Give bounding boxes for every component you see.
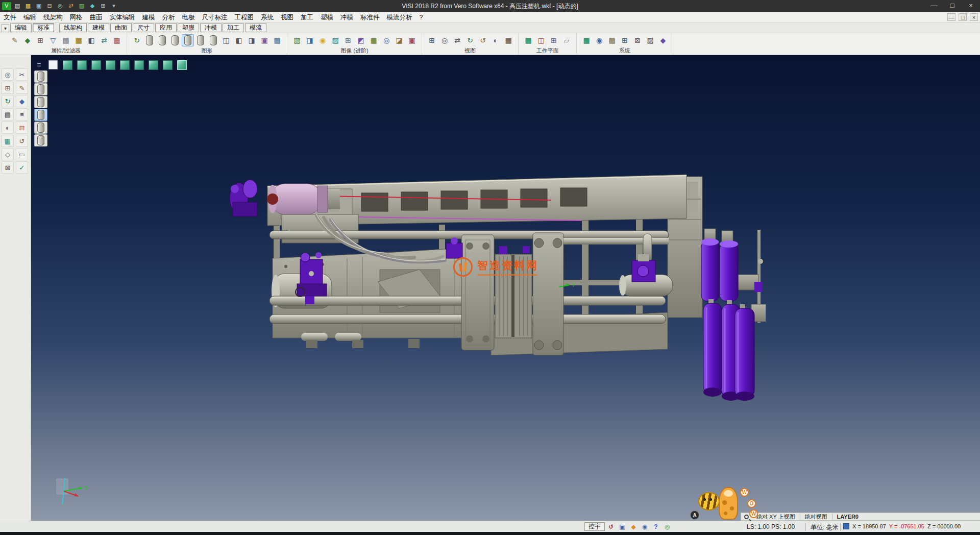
- preview-icon[interactable]: ◎: [56, 2, 65, 10]
- absolute-view2-button[interactable]: 绝对视图: [800, 513, 832, 521]
- eyedropper-icon[interactable]: ◆: [21, 34, 34, 46]
- menu-die[interactable]: 冲模: [337, 13, 357, 22]
- shadow-icon[interactable]: ▨: [329, 34, 341, 46]
- menu-machining[interactable]: 加工: [297, 13, 317, 22]
- settings-icon[interactable]: ⊞: [99, 2, 108, 10]
- scissors-icon[interactable]: ✂: [16, 68, 28, 81]
- menu-edit[interactable]: 编辑: [20, 13, 40, 22]
- shade-style-icon-2[interactable]: [34, 83, 47, 95]
- mdi-minimize-button[interactable]: —: [947, 13, 955, 21]
- flame-status-icon[interactable]: ◆: [629, 522, 638, 531]
- new-file-icon[interactable]: ▤: [13, 2, 22, 10]
- view-dynamic-icon[interactable]: [176, 59, 188, 70]
- box-view-icon[interactable]: ◧: [233, 34, 245, 46]
- menu-analysis[interactable]: 分析: [159, 13, 179, 22]
- confirm-icon[interactable]: ✓: [16, 161, 28, 174]
- menu-standard-parts[interactable]: 标准件: [357, 13, 383, 22]
- mask-icon[interactable]: ▤: [60, 34, 72, 46]
- multi-view-icon[interactable]: ▦: [502, 34, 514, 46]
- quick-access-dropdown[interactable]: ▾: [109, 2, 118, 10]
- view-iso2-icon[interactable]: [161, 59, 174, 70]
- filter-icon[interactable]: ▽: [47, 34, 59, 46]
- workplane-entity-icon[interactable]: ⊞: [548, 34, 560, 46]
- decal-icon[interactable]: ◪: [393, 34, 405, 46]
- globe-icon[interactable]: ◉: [593, 34, 605, 46]
- grid-icon[interactable]: ▦: [2, 135, 14, 147]
- shade-style-icon-3[interactable]: [34, 96, 47, 108]
- lens-icon[interactable]: ◎: [380, 34, 393, 46]
- snap-lock-button[interactable]: 控宇: [584, 522, 605, 531]
- accumulator-cylinders[interactable]: [701, 229, 754, 401]
- tab-application[interactable]: 应用: [155, 23, 177, 32]
- dynamic-view-icon[interactable]: ◐: [489, 34, 502, 46]
- view-back-icon[interactable]: [76, 59, 88, 70]
- tab-wireframe[interactable]: 线架构: [59, 23, 87, 32]
- tab-modeling[interactable]: 建模: [88, 23, 109, 32]
- tab-machining[interactable]: 加工: [223, 23, 244, 32]
- undo-icon[interactable]: ↺: [16, 135, 28, 147]
- menu-system[interactable]: 系统: [257, 13, 277, 22]
- tab-mold[interactable]: 塑膜: [178, 23, 199, 32]
- refresh-status-icon[interactable]: ↺: [606, 522, 616, 531]
- import-icon[interactable]: ⇄: [66, 2, 76, 10]
- previous-view-icon[interactable]: ↺: [477, 34, 489, 46]
- menu-dimension[interactable]: 尺寸标注: [199, 13, 231, 22]
- grid-image-icon[interactable]: ⊞: [342, 34, 354, 46]
- tab-surface[interactable]: 曲面: [110, 23, 132, 32]
- calculator-icon[interactable]: ⊞: [619, 34, 631, 46]
- half-shade-icon[interactable]: ◐: [2, 121, 14, 134]
- shade-style-icon-5[interactable]: [34, 121, 47, 134]
- rotate-view-icon[interactable]: ↻: [464, 34, 476, 46]
- tab-standard[interactable]: 标准: [33, 23, 54, 32]
- render-icon[interactable]: ◆: [88, 2, 97, 10]
- ghost-view-icon[interactable]: ◨: [246, 34, 258, 46]
- zoom-fit-icon[interactable]: ⊞: [426, 34, 438, 46]
- texture-icon[interactable]: ▧: [291, 34, 303, 46]
- palette-icon[interactable]: ▩: [111, 34, 123, 46]
- swap-icon[interactable]: ⇄: [98, 34, 110, 46]
- diamond-icon[interactable]: ◇: [2, 148, 14, 160]
- hidden-line-mode-icon[interactable]: [156, 34, 168, 46]
- tab-die[interactable]: 冲模: [200, 23, 222, 32]
- tag-icon[interactable]: ◧: [85, 34, 97, 46]
- cad-model-injection-machine[interactable]: Y: [225, 153, 766, 408]
- tab-edit[interactable]: 编辑: [10, 23, 32, 32]
- view-right-icon[interactable]: [104, 59, 116, 70]
- tab-dimension[interactable]: 尺寸: [133, 23, 154, 32]
- attributes-icon[interactable]: ✎: [9, 34, 21, 46]
- menu-drafting[interactable]: 工程图: [231, 13, 258, 22]
- shaded-mode-icon[interactable]: [169, 34, 181, 46]
- view-iso1-icon[interactable]: [147, 59, 159, 70]
- curvature-icon[interactable]: ▤: [271, 34, 283, 46]
- doc-status-icon[interactable]: ▣: [618, 522, 627, 531]
- draft-check-icon[interactable]: ▣: [258, 34, 271, 46]
- refresh-icon[interactable]: ↻: [131, 34, 143, 46]
- tab-flow[interactable]: 模流: [245, 23, 266, 32]
- layers-icon[interactable]: ▤: [2, 108, 14, 120]
- view-front-icon[interactable]: [61, 59, 74, 70]
- save-icon[interactable]: ▣: [34, 2, 43, 10]
- menu-mesh[interactable]: 网格: [66, 13, 86, 22]
- world-status-icon[interactable]: ◎: [663, 522, 672, 531]
- gem-icon[interactable]: ◆: [16, 95, 28, 107]
- view-top-plane-icon[interactable]: [47, 59, 59, 70]
- minimize-button[interactable]: —: [925, 0, 943, 12]
- layer-filter-icon[interactable]: ▦: [72, 34, 85, 46]
- settings-gear-icon[interactable]: ⊠: [631, 34, 644, 46]
- open-file-icon[interactable]: ▦: [23, 2, 33, 10]
- refit-icon[interactable]: ↻: [2, 95, 14, 107]
- material-icon[interactable]: ▨: [77, 2, 86, 10]
- list-icon[interactable]: ≡: [16, 108, 28, 120]
- view-top-icon[interactable]: [118, 59, 131, 70]
- viewport-3d[interactable]: ≡: [31, 55, 980, 521]
- maximize-button[interactable]: □: [943, 0, 962, 12]
- view-left-icon[interactable]: [90, 59, 102, 70]
- layer-button[interactable]: LAYER0: [832, 514, 863, 520]
- menu-modeling[interactable]: 建模: [139, 13, 159, 22]
- mdi-restore-button[interactable]: □: [959, 13, 967, 21]
- menu-help[interactable]: ?: [416, 13, 427, 21]
- menu-mold[interactable]: 塑模: [317, 13, 337, 22]
- menu-surface[interactable]: 曲面: [86, 13, 106, 22]
- help-status-icon[interactable]: ?: [651, 522, 660, 531]
- shade-style-icon-6[interactable]: [34, 134, 47, 147]
